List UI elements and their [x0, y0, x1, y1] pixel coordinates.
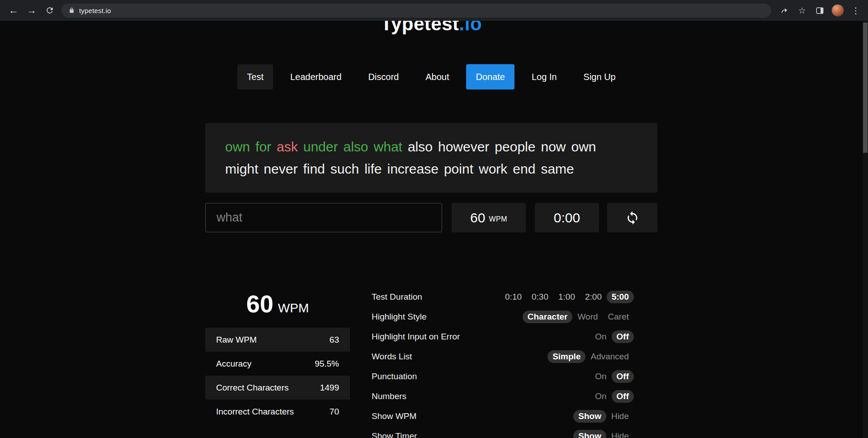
site-title-suffix: .io [459, 21, 482, 34]
option-off[interactable]: Off [612, 390, 634, 403]
timer-value: 0:00 [554, 210, 580, 226]
word: also [343, 139, 368, 154]
site-title: Typetest.io [0, 21, 863, 35]
option-on[interactable]: On [590, 370, 611, 383]
option-off[interactable]: Off [612, 330, 634, 343]
stat-row: Correct Characters1499 [205, 376, 350, 400]
option-character[interactable]: Character [523, 311, 573, 323]
result-wpm-unit: WPM [278, 301, 309, 315]
setting-row: Highlight StyleCharacterWordCaret [372, 307, 634, 327]
word: same [541, 161, 574, 176]
setting-label: Test Duration [372, 292, 422, 302]
stat-value: 1499 [320, 383, 339, 393]
option-0-10[interactable]: 0:10 [500, 291, 527, 303]
setting-row: PunctuationOnOff [372, 367, 634, 386]
main-nav: TestLeaderboardDiscordAboutDonateLog InS… [0, 64, 863, 89]
restart-button[interactable] [607, 203, 657, 232]
stat-label: Incorrect Characters [216, 407, 294, 417]
stat-row: Accuracy95.5% [205, 352, 350, 376]
url-text: typetest.io [79, 7, 111, 14]
scrollbar-thumb[interactable] [863, 23, 868, 153]
setting-options: SimpleAdvanced [547, 350, 634, 363]
nav-about[interactable]: About [416, 64, 458, 89]
setting-label: Show WPM [372, 411, 416, 421]
setting-label: Show Timer [372, 431, 417, 438]
setting-row: Show WPMShowHide [372, 406, 634, 426]
option-show[interactable]: Show [573, 430, 606, 438]
live-wpm-box: 60 WPM [452, 203, 526, 232]
nav-test[interactable]: Test [237, 64, 273, 89]
option-hide[interactable]: Hide [606, 430, 634, 438]
live-wpm-value: 60 [470, 210, 485, 226]
setting-row: NumbersOnOff [372, 386, 634, 406]
word: ask [277, 139, 298, 154]
stat-row: Incorrect Characters70 [205, 400, 350, 424]
scrollbar[interactable] [863, 21, 868, 438]
browser-nav-icons: ← → [0, 1, 59, 19]
stat-value: 70 [330, 407, 339, 417]
setting-label: Words List [372, 352, 412, 362]
option-on[interactable]: On [590, 330, 611, 343]
word: work [479, 161, 507, 176]
setting-row: Show TimerShowHide [372, 426, 634, 438]
result-wpm: 60WPM [205, 287, 350, 318]
site-title-main: Typetest [381, 21, 459, 34]
option-word[interactable]: Word [572, 311, 603, 323]
word-line: ownforaskunderalsowhatalsohoweverpeoplen… [225, 136, 637, 158]
setting-options: 0:100:301:002:005:00 [500, 291, 634, 303]
option-hide[interactable]: Hide [606, 410, 634, 423]
settings-list: Test Duration0:100:301:002:005:00Highlig… [372, 287, 634, 438]
nav-donate[interactable]: Donate [466, 64, 514, 89]
word: such [330, 161, 359, 176]
typing-input[interactable] [205, 203, 442, 232]
back-icon[interactable]: ← [5, 1, 23, 19]
setting-options: OnOff [590, 330, 634, 343]
word: point [444, 161, 473, 176]
restart-icon [625, 211, 640, 225]
setting-label: Highlight Style [372, 312, 426, 322]
setting-options: OnOff [590, 390, 634, 403]
forward-icon[interactable]: → [23, 1, 41, 19]
word: increase [387, 161, 439, 176]
stats-table: Raw WPM63Accuracy95.5%Correct Characters… [205, 328, 350, 424]
nav-sign-up[interactable]: Sign Up [574, 64, 625, 89]
option-show[interactable]: Show [573, 410, 606, 423]
reload-icon[interactable] [41, 1, 59, 19]
word: also [408, 139, 433, 154]
word: life [364, 161, 382, 176]
setting-row: Test Duration0:100:301:002:005:00 [372, 287, 634, 307]
option-0-30[interactable]: 0:30 [527, 291, 553, 303]
nav-log-in[interactable]: Log In [522, 64, 566, 89]
bookmark-star-icon[interactable]: ☆ [794, 3, 810, 18]
option-on[interactable]: On [590, 390, 611, 403]
word: now [541, 139, 566, 154]
stat-value: 63 [330, 335, 339, 345]
word: under [303, 139, 338, 154]
setting-label: Numbers [372, 391, 406, 401]
browser-menu-icon[interactable]: ⋮ [848, 3, 863, 18]
setting-row: Highlight Input on ErrorOnOff [372, 327, 634, 347]
word: people [495, 139, 535, 154]
option-1-00[interactable]: 1:00 [553, 291, 580, 303]
setting-label: Punctuation [372, 372, 417, 381]
option-caret[interactable]: Caret [603, 311, 634, 323]
word: own [225, 139, 250, 154]
option-5-00[interactable]: 5:00 [607, 291, 634, 303]
option-simple[interactable]: Simple [547, 350, 585, 363]
share-icon[interactable] [777, 3, 792, 18]
option-2-00[interactable]: 2:00 [580, 291, 607, 303]
side-panel-icon[interactable] [812, 3, 827, 18]
setting-row: Words ListSimpleAdvanced [372, 347, 634, 367]
stat-value: 95.5% [315, 359, 339, 369]
nav-leaderboard[interactable]: Leaderboard [281, 64, 351, 89]
timer-box: 0:00 [535, 203, 599, 232]
address-bar[interactable]: typetest.io [61, 4, 771, 18]
nav-discord[interactable]: Discord [359, 64, 408, 89]
option-off[interactable]: Off [612, 370, 634, 383]
profile-avatar[interactable] [831, 4, 844, 17]
stat-label: Correct Characters [216, 383, 289, 393]
word: own [571, 139, 596, 154]
word-display: ownforaskunderalsowhatalsohoweverpeoplen… [205, 123, 657, 193]
option-advanced[interactable]: Advanced [585, 350, 634, 363]
word: never [264, 161, 297, 176]
